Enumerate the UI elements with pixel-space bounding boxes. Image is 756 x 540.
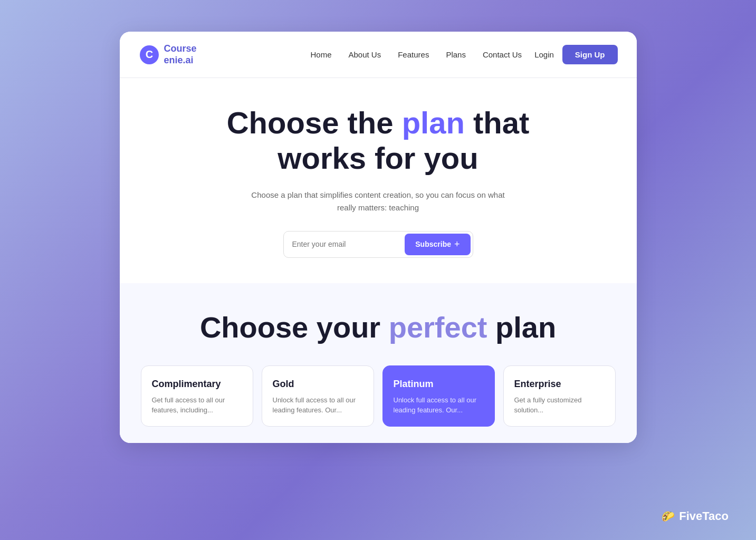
main-card: C Course enie.ai Home About Us Features … xyxy=(120,32,637,443)
nav-item-features[interactable]: Features xyxy=(398,50,429,60)
hero-title: Choose the plan that works for you xyxy=(194,105,563,176)
plan-desc: Get full access to all our features, inc… xyxy=(152,395,242,416)
subscribe-button[interactable]: Subscribe + xyxy=(405,234,470,255)
plan-desc: Unlock full access to all our leading fe… xyxy=(273,395,363,416)
email-form: Subscribe + xyxy=(283,231,473,258)
plan-platinum[interactable]: Platinum Unlock full access to all our l… xyxy=(382,365,495,427)
plan-gold[interactable]: Gold Unlock full access to all our leadi… xyxy=(262,365,374,427)
plan-desc: Unlock full access to all our leading fe… xyxy=(394,395,484,416)
plan-name: Gold xyxy=(273,379,363,390)
fivetaco-icon: 🌮 xyxy=(662,510,675,523)
signup-button[interactable]: Sign Up xyxy=(562,45,618,64)
nav-item-plans[interactable]: Plans xyxy=(446,50,466,60)
plus-icon: + xyxy=(454,239,460,250)
nav-item-about[interactable]: About Us xyxy=(348,50,381,60)
plan-desc: Get a fully customized solution... xyxy=(514,395,605,416)
hero-subtitle: Choose a plan that simplifies content cr… xyxy=(246,189,510,214)
svg-text:C: C xyxy=(145,49,152,60)
logo-text: Course enie.ai xyxy=(164,43,197,66)
fivetaco-badge: 🌮 FiveTaco xyxy=(662,509,729,523)
plan-enterprise[interactable]: Enterprise Get a fully customized soluti… xyxy=(503,365,616,427)
nav-links: Home About Us Features Plans Contact Us xyxy=(310,50,522,60)
plans-grid: Complimentary Get full access to all our… xyxy=(141,365,616,427)
email-input[interactable] xyxy=(292,240,405,248)
hero-section: Choose the plan that works for you Choos… xyxy=(120,78,637,283)
nav-item-home[interactable]: Home xyxy=(310,50,331,60)
login-link[interactable]: Login xyxy=(534,50,554,59)
nav-item-contact[interactable]: Contact Us xyxy=(483,50,522,60)
plans-title: Choose your perfect plan xyxy=(141,311,616,344)
plan-name: Platinum xyxy=(394,379,484,390)
plan-name: Complimentary xyxy=(152,379,242,390)
plans-section: Choose your perfect plan Complimentary G… xyxy=(120,283,637,443)
navbar: C Course enie.ai Home About Us Features … xyxy=(120,32,637,78)
logo: C Course enie.ai xyxy=(139,43,197,66)
plan-name: Enterprise xyxy=(514,379,605,390)
fivetaco-label: FiveTaco xyxy=(679,509,729,523)
logo-icon: C xyxy=(139,44,160,65)
plan-complimentary[interactable]: Complimentary Get full access to all our… xyxy=(141,365,253,427)
